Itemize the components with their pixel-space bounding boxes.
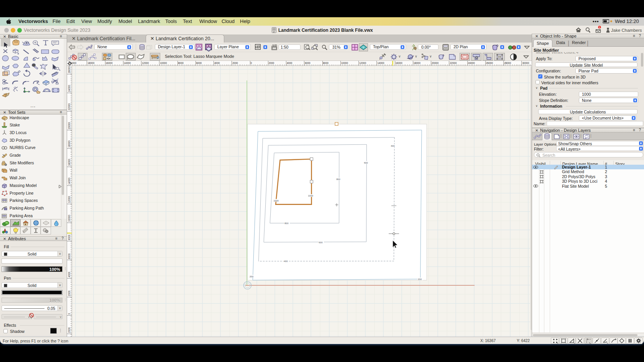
svg-text:200: 200 <box>418 278 422 280</box>
svg-text:1000: 1000 <box>274 200 279 202</box>
svg-text:1000: 1000 <box>308 195 314 197</box>
svg-text:200: 200 <box>250 275 254 278</box>
svg-text:800: 800 <box>285 222 289 224</box>
svg-text:600: 600 <box>319 241 323 244</box>
svg-text:600: 600 <box>364 162 368 164</box>
svg-text:800: 800 <box>337 178 341 180</box>
svg-text:400: 400 <box>284 260 288 262</box>
svg-text:400: 400 <box>391 145 395 147</box>
